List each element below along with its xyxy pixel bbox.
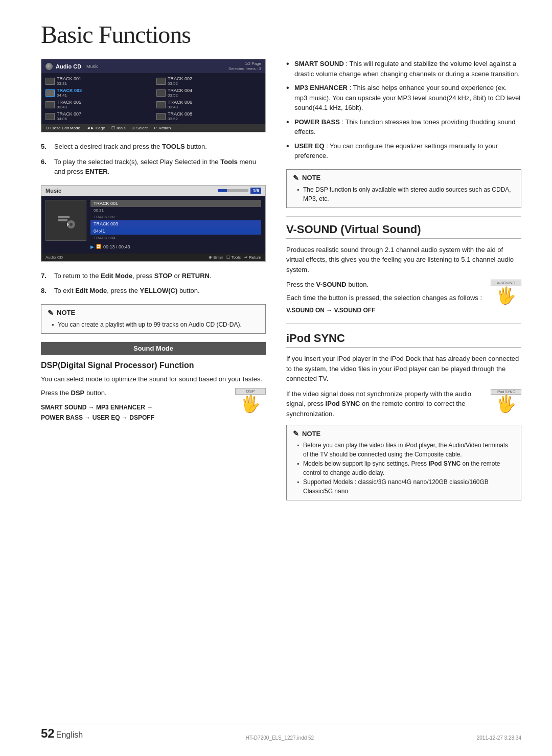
dsp-title: DSP(Digital Signal Processor) Function [41, 361, 266, 370]
screen-mockup-2: Music 1/6 TRACK 001 [41, 185, 266, 262]
divider-2 [286, 323, 521, 324]
note-item: You can create a playlist with up to 99 … [52, 320, 259, 329]
music-status: ▶ 🔁 00:13 / 00:43 [90, 244, 261, 249]
dsp-bullets: V-SOUND (Virtual Sound)SMART SOUND : Thi… [286, 59, 521, 161]
bullet-user-eq: USER EQ : You can configure the equalize… [286, 141, 521, 161]
track-item: TRACK 008 03:52 [154, 110, 263, 122]
dsp-body: Press the DSP button. SMART SOUND → MP3 … [41, 388, 266, 423]
track-item: TRACK 006 03:43 [154, 99, 263, 110]
screen1-col2: TRACK 002 03:52 TRACK 004 03:52 [154, 75, 263, 122]
vsound-flow: V.SOUND ON → V.SOUND OFF [286, 306, 485, 315]
track-list-item-highlighted: 04:41 [90, 227, 261, 235]
page-title: Basic Functions [41, 20, 521, 49]
sound-mode-bar: Sound Mode [41, 342, 266, 355]
steps-bottom: 7. To return to the Edit Mode, press STO… [41, 271, 266, 296]
track-list-item: TRACK 002 [90, 214, 261, 220]
note-icon-2: ✎ [293, 174, 299, 182]
language-label: English [56, 730, 83, 739]
ipod-body-layout: If the video signal does not synchronize… [286, 389, 521, 419]
hand-icon-vsound: 🖐 [496, 287, 516, 304]
dsp-btn-label: DSP [235, 388, 266, 395]
note-icon-1: ✎ [48, 309, 54, 317]
note-list-2: The DSP function is only available with … [293, 185, 515, 203]
step-6: 6. To play the selected track(s), select… [41, 157, 266, 177]
left-column: Audio CD Music 1/2 Page Selected Items :… [41, 59, 266, 509]
ipod-section: iPod SYNC If you insert your iPod player… [286, 332, 521, 500]
footer-right: 2011-12-27 3:28:34 [477, 735, 521, 741]
music-time: 00:13 / 00:43 [103, 244, 130, 249]
music-source: Audio CD [45, 255, 63, 260]
note-item: Before you can play the video files in i… [297, 441, 515, 459]
music-title: Music [45, 188, 61, 194]
screen1-selected-info: Selected Items : 3 [228, 66, 261, 71]
music-body: TRACK 001 00:31 TRACK 002 TRACK 003 04:4… [41, 196, 265, 254]
vsound-section: V-SOUND (Virtual Sound) Produces realist… [286, 223, 521, 315]
note-icon-3: ✎ [293, 429, 299, 438]
track-item-highlighted: TRACK 003 04:41 [43, 87, 152, 99]
step-8: 8. To exit Edit Mode, press the YELLOW(C… [41, 286, 266, 296]
track-item: TRACK 002 03:52 [154, 75, 263, 87]
disc-icon [45, 63, 53, 70]
hand-icon-ipod: 🖐 [496, 396, 516, 412]
track-item: TRACK 001 03:31 [43, 75, 152, 87]
note-item: Models below support lip sync settings. … [297, 459, 515, 477]
svg-rect-0 [58, 216, 70, 218]
dsp-text: Press the DSP button. SMART SOUND → MP3 … [41, 388, 229, 423]
screen-mockup-1: Audio CD Music 1/2 Page Selected Items :… [41, 59, 266, 132]
screen1-mode: Music [86, 64, 99, 69]
ipod-btn-label: iPod SYNC [491, 389, 521, 395]
steps-top: 5. Select a desired track and press the … [41, 142, 266, 177]
step-7: 7. To return to the Edit Mode, press STO… [41, 271, 266, 281]
ipod-heading: iPod SYNC [286, 332, 521, 348]
remote-button-dsp: DSP 🖐 [235, 388, 266, 412]
music-progress: 1/6 [250, 188, 261, 194]
remote-button-vsound: V-SOUND 🖐 [491, 280, 521, 304]
note-title-1: ✎ NOTE [48, 309, 259, 317]
note-box-2: ✎ NOTE The DSP function is only availabl… [286, 169, 521, 208]
vsound-heading: V-SOUND (Virtual Sound) [286, 223, 521, 239]
dsp-flow: SMART SOUND → MP3 ENHANCER → POWER BASS … [41, 402, 229, 423]
screen1-footer: ⊙ Close Edit Mode ◄► Page ☐ Tools ⊕ Sele… [41, 124, 265, 132]
vsound-body: Produces realistic sound through 2.1 cha… [286, 245, 521, 275]
track-list-panel: TRACK 001 00:31 TRACK 002 TRACK 003 04:4… [90, 200, 261, 249]
music-footer: Audio CD ⊕ Enter ☐ Tools ↵ Return [41, 254, 265, 261]
note-list-1: You can create a playlist with up to 99 … [48, 320, 259, 329]
svg-rect-1 [58, 219, 67, 221]
screen1-title: Audio CD [56, 63, 81, 70]
music-header: Music 1/6 [41, 186, 265, 196]
footer-filename: HT-D7200_ELS_1227.indd 52 [246, 735, 314, 741]
page-footer: 52 English HT-D7200_ELS_1227.indd 52 201… [41, 723, 521, 741]
track-item: TRACK 007 04:06 [43, 110, 152, 122]
right-column: V-SOUND (Virtual Sound)SMART SOUND : Thi… [286, 59, 521, 509]
svg-point-3 [70, 223, 73, 226]
vsound-body-layout: Press the V-SOUND button. Each time the … [286, 280, 521, 315]
track-list-item: TRACK 004 [90, 235, 261, 241]
note-list-3: Before you can play the video files in i… [293, 441, 515, 496]
vsound-btn-label: V-SOUND [491, 280, 521, 286]
track-list-item-highlighted: TRACK 003 [90, 220, 261, 227]
note-title-3: ✎ NOTE [293, 429, 515, 438]
bullet-mp3-enhancer: MP3 ENHANCER : This also helps enhance y… [286, 83, 521, 113]
note-item: The DSP function is only available with … [297, 185, 515, 203]
ipod-body1: If you insert your iPod player in the iP… [286, 354, 521, 384]
note-title-2: ✎ NOTE [293, 174, 515, 182]
page-number: 52 [41, 726, 55, 740]
album-art [45, 200, 86, 241]
hand-icon: 🖐 [240, 396, 261, 412]
remote-button-ipod: iPod SYNC 🖐 [491, 389, 521, 412]
screen1-page-info: 1/2 Page [245, 61, 261, 66]
vsound-text: Press the V-SOUND button. Each time the … [286, 280, 485, 315]
screen1-col1: TRACK 001 03:31 TRACK 003 04:41 [43, 75, 152, 122]
note-item: Supported Models : classic/3G nano/4G na… [297, 477, 515, 496]
track-list-item: TRACK 001 [90, 200, 261, 207]
track-list-item: 00:31 [90, 207, 261, 214]
dsp-section: DSP(Digital Signal Processor) Function Y… [41, 361, 266, 423]
track-item: TRACK 004 03:52 [154, 87, 263, 99]
bullet-power-bass: POWER BASS : This function stresses low … [286, 117, 521, 137]
note-box-1: ✎ NOTE You can create a playlist with up… [41, 304, 266, 334]
vsound-each-time: Each time the button is pressed, the sel… [286, 293, 485, 303]
note-box-3: ✎ NOTE Before you can play the video fil… [286, 425, 521, 500]
footer-left: 52 English [41, 726, 83, 741]
divider-1 [286, 216, 521, 217]
step-5: 5. Select a desired track and press the … [41, 142, 266, 152]
